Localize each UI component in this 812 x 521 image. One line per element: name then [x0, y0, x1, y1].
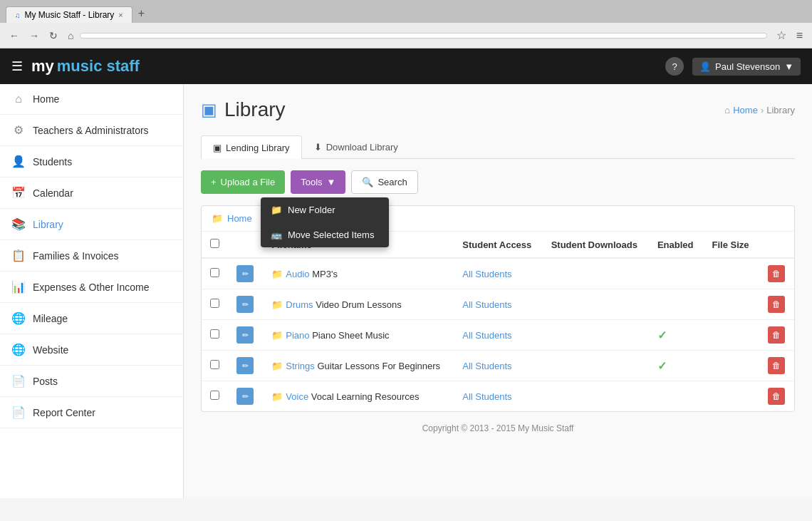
tab-close-button[interactable]: × [118, 11, 123, 19]
active-tab[interactable]: ♫ My Music Staff - Library × [6, 6, 132, 23]
tools-button[interactable]: Tools ▼ [291, 170, 345, 194]
table-row: ✏ 📁Piano Piano Sheet Music All Students … [202, 320, 794, 351]
app-header: ☰ my music staff ? 👤 Paul Stevenson ▼ [0, 48, 812, 84]
sidebar-item-families[interactable]: 📋 Families & Invoices [0, 240, 183, 272]
sidebar-item-home[interactable]: ⌂ Home [0, 84, 183, 115]
move-items-label: Move Selected Items [288, 229, 374, 240]
row-checkbox-strings[interactable] [210, 360, 219, 369]
help-button[interactable]: ? [665, 57, 684, 76]
row-checkbox-drums[interactable] [210, 299, 219, 308]
tools-label: Tools [301, 177, 322, 187]
sidebar-item-website[interactable]: 🌐 Website [0, 334, 183, 366]
edit-button-audio[interactable]: ✏ [236, 265, 254, 282]
browser-nav: ← → ↻ ⌂ ☆ ≡ [0, 23, 812, 48]
header-enabled: Enabled [649, 232, 704, 258]
sidebar-label-website: Website [33, 344, 68, 356]
page-title-icon: ▣ [201, 100, 217, 120]
address-bar[interactable] [80, 33, 766, 38]
edit-button-drums[interactable]: ✏ [236, 296, 254, 313]
folder-link-strings[interactable]: Strings [286, 361, 314, 371]
sidebar-label-families: Families & Invoices [33, 250, 119, 262]
dropdown-item-new-folder[interactable]: 📁 New Folder [261, 197, 389, 222]
table-body: ✏ 📁Audio MP3's All Students 🗑 ✏ 📁Drums V… [202, 258, 794, 411]
move-items-icon: 🚌 [271, 229, 282, 240]
folder-link-audio[interactable]: Audio [286, 269, 309, 279]
sidebar-item-report[interactable]: 📄 Report Center [0, 397, 183, 428]
row-checkbox-audio[interactable] [210, 268, 219, 277]
sidebar-item-library[interactable]: 📚 Library [0, 209, 183, 240]
sidebar: ⌂ Home ⚙ Teachers & Administrators 👤 Stu… [0, 84, 184, 498]
home-icon: ⌂ [11, 93, 26, 105]
delete-button-audio[interactable]: 🗑 [768, 265, 785, 282]
downloads-piano [543, 320, 649, 351]
tab-lending-library[interactable]: ▣ Lending Library [201, 135, 302, 159]
breadcrumb-home-link[interactable]: Home [733, 105, 758, 115]
folder-desc-voice: Vocal Learning Resources [308, 391, 419, 402]
enabled-voice [649, 381, 704, 412]
sidebar-label-mileage: Mileage [33, 313, 68, 324]
size-voice [704, 381, 759, 412]
home-button[interactable]: ⌂ [64, 29, 77, 43]
sidebar-label-library: Library [33, 219, 63, 230]
main-layout: ⌂ Home ⚙ Teachers & Administrators 👤 Stu… [0, 84, 812, 498]
table-row: ✏ 📁Strings Guitar Lessons For Beginners … [202, 351, 794, 381]
sidebar-item-expenses[interactable]: 📊 Expenses & Other Income [0, 272, 183, 303]
sidebar-item-students[interactable]: 👤 Students [0, 146, 183, 177]
sidebar-item-mileage[interactable]: 🌐 Mileage [0, 303, 183, 334]
hamburger-menu[interactable]: ☰ [11, 58, 23, 74]
expenses-icon: 📊 [11, 280, 26, 294]
path-label: Home [227, 213, 252, 224]
edit-button-strings[interactable]: ✏ [236, 357, 254, 374]
downloads-voice [543, 381, 649, 412]
sidebar-label-home: Home [33, 93, 59, 105]
downloads-audio [543, 258, 649, 289]
refresh-button[interactable]: ↻ [46, 29, 61, 43]
bookmark-button[interactable]: ☆ [773, 27, 790, 43]
path-folder-icon: 📁 [212, 213, 223, 224]
toolbar: + Upload a File Tools ▼ 🔍 Search 📁 New F… [201, 170, 795, 194]
families-icon: 📋 [11, 249, 26, 262]
folder-link-piano[interactable]: Piano [286, 330, 309, 341]
logo-music-staff: music staff [57, 57, 140, 76]
edit-button-voice[interactable]: ✏ [236, 388, 254, 405]
row-checkbox-piano[interactable] [210, 329, 219, 339]
enabled-audio [649, 258, 704, 289]
delete-button-strings[interactable]: 🗑 [768, 357, 785, 374]
user-name: Paul Stevenson [715, 61, 780, 72]
folder-link-drums[interactable]: Drums [286, 299, 313, 310]
select-all-checkbox[interactable] [210, 239, 219, 248]
forward-button[interactable]: → [26, 29, 43, 43]
sidebar-item-teachers[interactable]: ⚙ Teachers & Administrators [0, 115, 183, 146]
enabled-drums [649, 289, 704, 320]
delete-button-voice[interactable]: 🗑 [768, 388, 785, 405]
search-button[interactable]: 🔍 Search [351, 170, 417, 194]
folder-link-voice[interactable]: Voice [286, 391, 308, 402]
size-piano [704, 320, 759, 351]
sidebar-item-posts[interactable]: 📄 Posts [0, 366, 183, 397]
tools-dropdown-menu: 📁 New Folder 🚌 Move Selected Items [261, 197, 389, 247]
file-table: Filename Student Access Student Download… [202, 232, 794, 411]
delete-button-drums[interactable]: 🗑 [768, 296, 785, 313]
header-actions [759, 232, 794, 258]
teachers-icon: ⚙ [11, 123, 26, 137]
row-checkbox-voice[interactable] [210, 391, 219, 400]
dropdown-item-move[interactable]: 🚌 Move Selected Items [261, 222, 389, 247]
back-button[interactable]: ← [6, 29, 23, 43]
new-tab-button[interactable]: + [132, 4, 150, 23]
size-strings [704, 351, 759, 381]
user-menu-button[interactable]: 👤 Paul Stevenson ▼ [692, 58, 801, 76]
edit-button-piano[interactable]: ✏ [236, 326, 254, 344]
upload-file-button[interactable]: + Upload a File [201, 170, 285, 194]
header-edit [228, 232, 263, 258]
access-drums: All Students [462, 299, 511, 310]
tab-download-library[interactable]: ⬇ Download Library [302, 135, 410, 158]
delete-button-piano[interactable]: 🗑 [768, 326, 785, 344]
sidebar-item-calendar[interactable]: 📅 Calendar [0, 177, 183, 209]
browser-menu-button[interactable]: ≡ [793, 27, 806, 43]
sidebar-label-report: Report Center [33, 407, 95, 418]
footer: Copyright © 2013 - 2015 My Music Staff [201, 412, 795, 445]
mileage-icon: 🌐 [11, 311, 26, 325]
enabled-strings: ✓ [657, 360, 667, 372]
search-icon: 🔍 [362, 177, 373, 187]
posts-icon: 📄 [11, 374, 26, 388]
